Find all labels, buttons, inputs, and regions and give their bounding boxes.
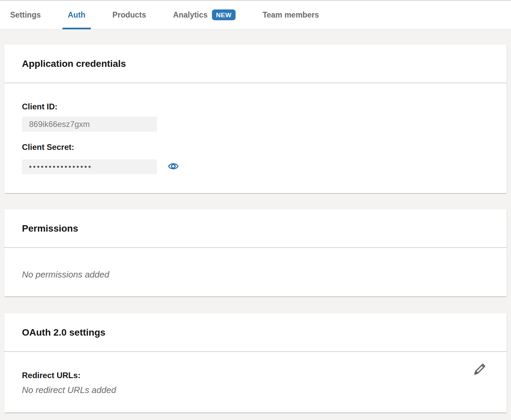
tab-settings-label: Settings bbox=[10, 10, 41, 20]
tab-bar: Settings Auth Products Analytics NEW Tea… bbox=[0, 0, 511, 29]
tab-analytics-label: Analytics bbox=[173, 10, 208, 20]
eye-icon bbox=[168, 161, 179, 173]
application-credentials-body: Client ID: 869ik66esz7gxm Client Secret:… bbox=[4, 83, 507, 193]
application-credentials-card: Application credentials Client ID: 869ik… bbox=[4, 45, 507, 193]
redirect-urls-empty-message: No redirect URLs added bbox=[22, 385, 489, 395]
permissions-body: No permissions added bbox=[4, 248, 507, 296]
client-id-value: 869ik66esz7gxm bbox=[29, 120, 90, 129]
tab-settings[interactable]: Settings bbox=[5, 1, 46, 29]
tab-team-members[interactable]: Team members bbox=[257, 1, 324, 29]
main-content: Application credentials Client ID: 869ik… bbox=[0, 45, 511, 413]
tab-products-label: Products bbox=[112, 10, 146, 20]
edit-redirect-urls-button[interactable] bbox=[472, 361, 488, 378]
client-secret-label: Client Secret: bbox=[22, 142, 489, 152]
pencil-icon bbox=[472, 373, 488, 378]
tab-products[interactable]: Products bbox=[107, 1, 152, 29]
redirect-urls-label: Redirect URLs: bbox=[22, 371, 489, 380]
oauth-settings-header: OAuth 2.0 settings bbox=[4, 313, 507, 352]
client-secret-field[interactable]: •••••••••••••••• bbox=[22, 159, 157, 174]
permissions-card: Permissions No permissions added bbox=[4, 209, 507, 296]
tab-auth-label: Auth bbox=[68, 10, 85, 20]
application-credentials-header: Application credentials bbox=[4, 45, 507, 83]
client-secret-masked-value: •••••••••••••••• bbox=[29, 162, 92, 171]
application-credentials-title: Application credentials bbox=[22, 58, 126, 69]
permissions-title: Permissions bbox=[22, 223, 78, 234]
client-secret-row: •••••••••••••••• bbox=[22, 152, 489, 174]
tab-team-members-label: Team members bbox=[263, 10, 319, 20]
oauth-settings-body: Redirect URLs: No redirect URLs added bbox=[4, 352, 507, 413]
oauth-settings-title: OAuth 2.0 settings bbox=[22, 327, 105, 338]
tab-auth[interactable]: Auth bbox=[62, 1, 91, 29]
permissions-empty-message: No permissions added bbox=[22, 269, 489, 280]
oauth-settings-card: OAuth 2.0 settings Redirect URLs: No red… bbox=[4, 313, 507, 413]
client-id-field[interactable]: 869ik66esz7gxm bbox=[22, 117, 157, 132]
new-badge: NEW bbox=[212, 9, 236, 20]
tab-analytics[interactable]: Analytics NEW bbox=[168, 1, 241, 29]
permissions-header: Permissions bbox=[4, 209, 507, 248]
client-id-label: Client ID: bbox=[22, 102, 489, 111]
reveal-secret-button[interactable] bbox=[168, 161, 179, 173]
